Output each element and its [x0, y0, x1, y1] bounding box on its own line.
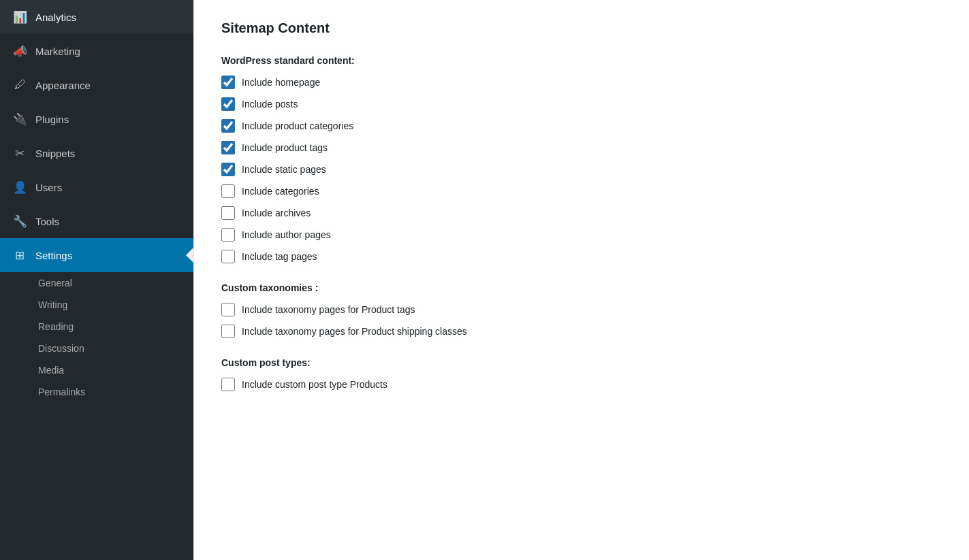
checkbox-include_archives[interactable]	[221, 206, 235, 220]
sidebar-label-tools: Tools	[35, 216, 59, 227]
checkbox-label-taxonomy_product_tags: Include taxonomy pages for Product tags	[242, 304, 415, 315]
sidebar-item-marketing[interactable]: 📣Marketing	[0, 34, 193, 68]
sidebar-label-marketing: Marketing	[35, 46, 80, 57]
settings-icon: ⊞	[12, 248, 27, 263]
checkbox-label-taxonomy_shipping_classes: Include taxonomy pages for Product shipp…	[242, 326, 467, 337]
sidebar-submenu-item-permalinks[interactable]: Permalinks	[0, 381, 193, 403]
analytics-icon: 📊	[12, 10, 27, 24]
content-card: Sitemap Content WordPress standard conte…	[193, 0, 969, 560]
sidebar-item-snippets[interactable]: ✂Snippets	[0, 136, 193, 170]
main-content: Sitemap Content WordPress standard conte…	[193, 0, 969, 560]
plugins-icon: 🔌	[12, 112, 27, 127]
sidebar-label-appearance: Appearance	[35, 80, 91, 91]
sidebar-submenu-item-media[interactable]: Media	[0, 359, 193, 381]
checkbox-row-include_tag_pages: Include tag pages	[221, 250, 942, 263]
sidebar-submenu-item-discussion[interactable]: Discussion	[0, 337, 193, 359]
sidebar-submenu-item-general[interactable]: General	[0, 272, 193, 294]
sidebar-submenu: GeneralWritingReadingDiscussionMediaPerm…	[0, 272, 193, 408]
checkbox-include_posts[interactable]	[221, 97, 235, 111]
checkbox-include_product_categories[interactable]	[221, 119, 235, 133]
wordpress-section-title: WordPress standard content:	[221, 55, 942, 66]
sidebar: 📊Analytics📣Marketing🖊Appearance🔌Plugins✂…	[0, 0, 193, 560]
checkbox-label-include_tag_pages: Include tag pages	[242, 251, 317, 262]
checkbox-label-custom_post_products: Include custom post type Products	[242, 379, 387, 390]
checkbox-taxonomy_product_tags[interactable]	[221, 303, 235, 316]
checkbox-row-custom_post_products: Include custom post type Products	[221, 378, 942, 391]
sidebar-label-settings: Settings	[35, 250, 72, 261]
sidebar-item-settings[interactable]: ⊞Settings	[0, 238, 193, 272]
checkbox-row-include_product_categories: Include product categories	[221, 119, 942, 133]
tools-icon: 🔧	[12, 214, 27, 229]
checkbox-row-include_product_tags: Include product tags	[221, 141, 942, 154]
checkbox-include_tag_pages[interactable]	[221, 250, 235, 263]
sidebar-label-users: Users	[35, 182, 62, 193]
checkbox-include_product_tags[interactable]	[221, 141, 235, 154]
checkbox-include_static_pages[interactable]	[221, 163, 235, 176]
checkbox-taxonomy_shipping_classes[interactable]	[221, 325, 235, 338]
checkbox-include_categories[interactable]	[221, 184, 235, 198]
checkbox-label-include_categories: Include categories	[242, 186, 319, 197]
checkbox-row-include_categories: Include categories	[221, 184, 942, 198]
sidebar-label-snippets: Snippets	[35, 148, 75, 159]
sidebar-submenu-item-reading[interactable]: Reading	[0, 316, 193, 337]
sidebar-item-plugins[interactable]: 🔌Plugins	[0, 102, 193, 136]
checkbox-row-include_archives: Include archives	[221, 206, 942, 220]
sidebar-item-users[interactable]: 👤Users	[0, 170, 193, 204]
sidebar-label-analytics: Analytics	[35, 12, 76, 23]
sidebar-submenu-item-writing[interactable]: Writing	[0, 294, 193, 316]
checkbox-row-taxonomy_product_tags: Include taxonomy pages for Product tags	[221, 303, 942, 316]
checkbox-row-include_author_pages: Include author pages	[221, 228, 942, 242]
checkbox-row-include_posts: Include posts	[221, 97, 942, 111]
checkbox-label-include_product_tags: Include product tags	[242, 142, 328, 153]
custom-taxonomies-title: Custom taxonomies :	[221, 282, 942, 293]
sidebar-label-plugins: Plugins	[35, 114, 69, 125]
checkbox-label-include_product_categories: Include product categories	[242, 120, 353, 131]
checkbox-include_homepage[interactable]	[221, 76, 235, 89]
sidebar-item-analytics[interactable]: 📊Analytics	[0, 0, 193, 34]
checkbox-row-include_homepage: Include homepage	[221, 76, 942, 89]
checkbox-include_author_pages[interactable]	[221, 228, 235, 242]
section-title: Sitemap Content	[221, 20, 942, 36]
sidebar-item-appearance[interactable]: 🖊Appearance	[0, 68, 193, 102]
checkbox-row-include_static_pages: Include static pages	[221, 163, 942, 176]
custom-post-types-title: Custom post types:	[221, 357, 942, 368]
checkbox-label-include_homepage: Include homepage	[242, 77, 320, 88]
taxonomy-checkboxes-group: Include taxonomy pages for Product tagsI…	[221, 303, 942, 338]
users-icon: 👤	[12, 180, 27, 195]
marketing-icon: 📣	[12, 44, 27, 59]
checkbox-label-include_posts: Include posts	[242, 99, 298, 110]
checkbox-row-taxonomy_shipping_classes: Include taxonomy pages for Product shipp…	[221, 325, 942, 338]
sidebar-item-tools[interactable]: 🔧Tools	[0, 204, 193, 238]
standard-checkboxes-group: Include homepageInclude postsInclude pro…	[221, 76, 942, 263]
snippets-icon: ✂	[12, 146, 27, 161]
checkbox-custom_post_products[interactable]	[221, 378, 235, 391]
checkbox-label-include_static_pages: Include static pages	[242, 164, 326, 175]
post-type-checkboxes-group: Include custom post type Products	[221, 378, 942, 391]
checkbox-label-include_author_pages: Include author pages	[242, 229, 331, 240]
appearance-icon: 🖊	[12, 78, 27, 93]
checkbox-label-include_archives: Include archives	[242, 208, 311, 218]
